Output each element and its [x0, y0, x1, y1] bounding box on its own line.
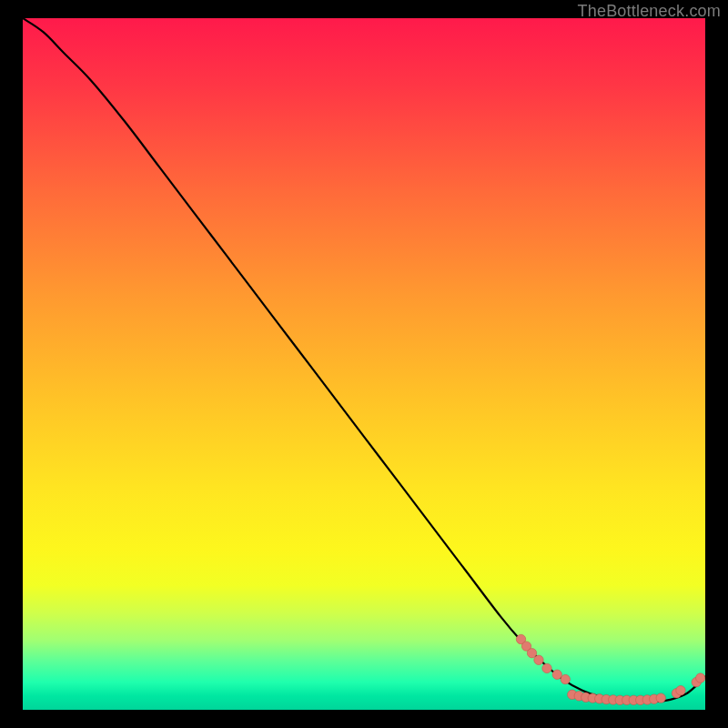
- chart-dot: [696, 673, 705, 682]
- chart-plot-area: [23, 18, 705, 710]
- chart-stage: TheBottleneck.com: [0, 0, 728, 728]
- chart-svg: [23, 18, 705, 710]
- chart-dot: [552, 670, 561, 679]
- chart-dot: [676, 686, 685, 695]
- chart-dots: [516, 634, 705, 704]
- chart-dot: [561, 674, 570, 683]
- chart-dot: [656, 693, 665, 703]
- bottleneck-curve: [23, 18, 705, 702]
- chart-dot: [527, 648, 536, 657]
- chart-dot: [534, 655, 543, 664]
- chart-dot: [542, 663, 551, 672]
